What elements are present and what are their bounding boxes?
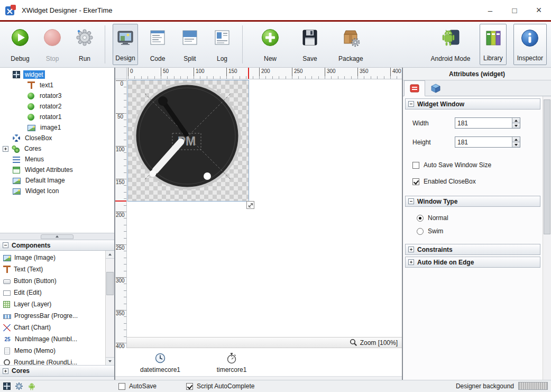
debug-button[interactable]: Debug xyxy=(7,24,33,65)
arrow-up-icon xyxy=(515,139,518,141)
swim-radio[interactable] xyxy=(417,228,424,235)
statusbar-android-icon[interactable] xyxy=(27,382,36,390)
constraints-section-header[interactable]: Constraints xyxy=(405,244,540,255)
library-button[interactable]: Library xyxy=(480,24,507,65)
resize-arrow-icon xyxy=(247,202,254,208)
component-item-progressbar[interactable]: ProgressBar (Progre... xyxy=(0,310,105,322)
minimize-button[interactable]: – xyxy=(478,0,502,20)
attributes-tabs xyxy=(403,80,551,96)
tree-item-rotator3[interactable]: rotator3 xyxy=(0,90,114,101)
android-mode-button[interactable]: Android Mode xyxy=(428,24,473,65)
statusbar-gear-icon[interactable] xyxy=(15,382,23,390)
save-button[interactable]: Save xyxy=(297,24,323,65)
script-autocomplete-checkbox[interactable] xyxy=(186,383,193,390)
tree-components-splitter[interactable] xyxy=(0,233,114,240)
toolbar: Debug Stop Run Design Code xyxy=(0,22,551,68)
window-type-normal-row: Normal xyxy=(417,214,541,222)
tree-item-closebox[interactable]: CloseBox xyxy=(0,133,114,143)
component-item-memo[interactable]: Memo (Memo) xyxy=(0,345,105,357)
width-spin-down[interactable] xyxy=(512,123,520,128)
nonvisual-components-tray: datetimecore1 timercore1 xyxy=(115,348,402,377)
split-tab-button[interactable]: Split xyxy=(177,24,203,65)
design-tab-button[interactable]: Design xyxy=(113,24,138,65)
expand-icon[interactable] xyxy=(3,146,8,152)
component-item-edit[interactable]: Edit (Edit) xyxy=(0,287,105,298)
width-field-row: Width 181 xyxy=(412,117,541,129)
tab-3d-object[interactable] xyxy=(425,80,446,96)
package-button[interactable]: Package xyxy=(337,24,365,65)
tray-item-timercore[interactable]: timercore1 xyxy=(203,350,261,373)
scrollbar-thumb[interactable] xyxy=(544,99,550,234)
scrollbar-thumb[interactable] xyxy=(106,272,114,295)
resize-handle[interactable] xyxy=(246,201,254,209)
widget-window-section-header[interactable]: Widget Window xyxy=(405,98,540,110)
memo-icon xyxy=(4,348,10,354)
component-item-button[interactable]: Button (Button) xyxy=(0,275,105,287)
scroll-down-button[interactable] xyxy=(106,357,114,365)
scroll-up-button[interactable] xyxy=(106,251,114,259)
new-button[interactable]: New xyxy=(258,24,283,65)
button-icon xyxy=(3,279,11,284)
code-tab-button[interactable]: Code xyxy=(145,24,170,65)
tree-item-menus[interactable]: Menus xyxy=(0,154,114,165)
tree-item-image1[interactable]: image1 xyxy=(0,122,114,133)
component-item-layer[interactable]: Layer (Layer) xyxy=(0,298,105,310)
zoom-bar[interactable]: Zoom [100%] xyxy=(127,337,402,348)
height-spin-down[interactable] xyxy=(512,142,520,147)
tree-item-rotator2[interactable]: rotator2 xyxy=(0,101,114,112)
component-item-chart[interactable]: Chart (Chart) xyxy=(0,322,105,333)
component-item-text[interactable]: Text (Text) xyxy=(0,263,105,275)
expand-plus-icon[interactable] xyxy=(3,368,8,374)
component-item-roundline[interactable]: RoundLine (RoundLi... xyxy=(0,357,105,365)
zoom-level-label: Zoom [100%] xyxy=(360,339,398,347)
height-input[interactable]: 181 xyxy=(455,136,520,148)
collapse-minus-icon[interactable] xyxy=(408,198,414,204)
stop-button[interactable]: Stop xyxy=(40,24,65,65)
tree-item-widget-attributes[interactable]: Widget Attributes xyxy=(0,165,114,175)
ruler-ticks xyxy=(128,76,402,79)
collapse-minus-icon[interactable] xyxy=(408,101,414,107)
tree-item-cores[interactable]: Cores xyxy=(0,143,114,154)
clock-widget-preview[interactable]: PM xyxy=(128,80,249,201)
designer-background-swatch[interactable] xyxy=(518,382,548,390)
inspector-button[interactable]: Inspector xyxy=(513,24,547,65)
run-button[interactable]: Run xyxy=(72,24,97,65)
expand-plus-icon[interactable] xyxy=(408,259,414,265)
arrow-down-icon xyxy=(515,125,518,127)
window-type-section-header[interactable]: Window Type xyxy=(405,196,540,207)
tree-item-rotator1[interactable]: rotator1 xyxy=(0,112,114,122)
datetime-clock-icon xyxy=(131,350,189,364)
width-spin-up[interactable] xyxy=(512,118,520,123)
enabled-closebox-checkbox[interactable] xyxy=(412,178,419,185)
autosave-checkbox[interactable] xyxy=(118,383,125,390)
width-input[interactable]: 181 xyxy=(455,117,520,129)
tray-item-datetimecore[interactable]: datetimecore1 xyxy=(131,350,189,373)
auto-hide-section-header[interactable]: Auto Hide on Edge xyxy=(405,257,540,268)
attributes-scrollbar[interactable] xyxy=(543,96,551,380)
tree-item-text1[interactable]: text1 xyxy=(0,80,114,90)
attributes-content: Widget Window Width 181 Height 181 Auto … xyxy=(403,96,543,380)
maximize-button[interactable]: □ xyxy=(502,0,527,20)
height-spin-up[interactable] xyxy=(512,137,520,142)
tree-item-widget[interactable]: widget xyxy=(0,69,114,80)
design-surface[interactable]: PM xyxy=(127,79,402,337)
tree-item-default-image[interactable]: Default Image xyxy=(0,175,114,186)
rotator-icon xyxy=(27,93,34,99)
window-title: XWidget Designer - EkerTime xyxy=(22,6,112,14)
component-item-image[interactable]: Image (Image) xyxy=(0,252,105,263)
collapse-tab[interactable] xyxy=(41,234,74,239)
close-button[interactable]: × xyxy=(527,0,551,20)
tree-item-widget-icon[interactable]: Widget Icon xyxy=(0,186,114,196)
components-header[interactable]: Components xyxy=(0,240,114,251)
auto-save-checkbox[interactable] xyxy=(412,162,419,169)
statusbar-widget-icon[interactable] xyxy=(3,382,11,390)
expand-plus-icon[interactable] xyxy=(408,247,414,252)
code-icon xyxy=(148,26,167,49)
cores-header[interactable]: Cores xyxy=(0,365,114,377)
component-item-numbimage[interactable]: 25NumbImage (NumbI... xyxy=(0,333,105,345)
tab-properties[interactable] xyxy=(404,80,425,96)
log-tab-button[interactable]: Log xyxy=(209,24,235,65)
normal-radio[interactable] xyxy=(417,215,424,222)
components-scrollbar[interactable] xyxy=(105,251,114,365)
collapse-minus-icon[interactable] xyxy=(3,242,8,248)
